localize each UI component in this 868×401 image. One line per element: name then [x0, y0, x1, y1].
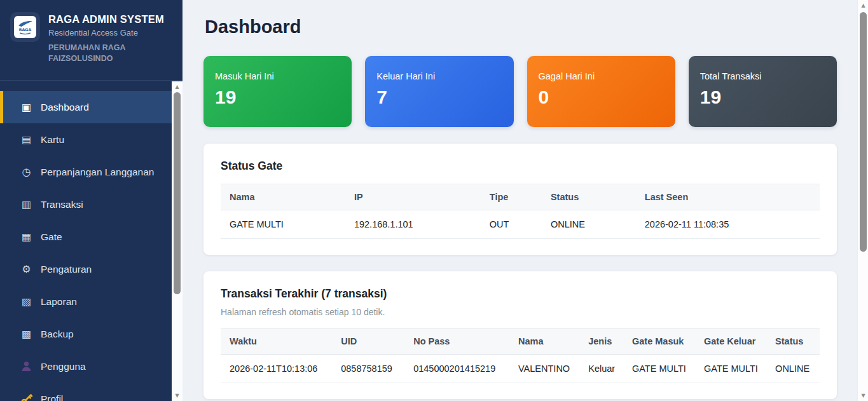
brand-text: RAGA ADMIN SYSTEM Residential Access Gat… — [48, 12, 164, 80]
sidebar-item-pengaturan[interactable]: ⚙Pengaturan — [0, 253, 172, 285]
key-icon — [19, 393, 34, 401]
status-gate-panel: Status Gate NamaIPTipeStatusLast Seen GA… — [203, 144, 837, 255]
stat-card-total-transaksi: Total Transaksi19 — [689, 56, 837, 127]
sidebar-scrollbar[interactable]: ▲ ▼ — [172, 81, 183, 401]
stat-card-masuk-hari-ini: Masuk Hari Ini19 — [203, 56, 352, 127]
stat-card-label: Total Transaksi — [700, 71, 825, 81]
column-header-nama: Nama — [509, 329, 579, 355]
table-cell: OUT — [481, 210, 542, 239]
sidebar-item-label: Pengguna — [41, 361, 86, 372]
stat-card-value: 19 — [215, 86, 340, 108]
sidebar-item-label: Pengaturan — [41, 264, 92, 275]
stat-card-value: 0 — [539, 86, 664, 108]
app-subtitle: Residential Access Gate — [48, 28, 164, 37]
column-header-last-seen: Last Seen — [636, 184, 820, 210]
scroll-down-icon[interactable]: ▼ — [858, 391, 868, 400]
sidebar-item-gate[interactable]: ▦Gate — [0, 221, 172, 253]
sidebar-item-kartu[interactable]: ▤Kartu — [0, 123, 172, 156]
sidebar: RAGA RAGA ADMIN SYSTEM Residential Acces… — [0, 0, 183, 401]
column-header-tipe: Tipe — [481, 184, 542, 210]
main-scrollbar-thumb[interactable] — [860, 12, 867, 252]
stat-card-value: 7 — [376, 86, 502, 108]
sidebar-item-label: Perpanjangan Langganan — [41, 167, 154, 178]
table-cell: 192.168.1.101 — [345, 210, 481, 239]
sidebar-item-laporan[interactable]: ▨Laporan — [0, 285, 172, 318]
column-header-no-pass: No Pass — [404, 329, 509, 355]
raga-logo-icon: RAGA — [14, 16, 36, 38]
stat-card-keluar-hari-ini: Keluar Hari Ini7 — [365, 56, 513, 127]
app-title: RAGA ADMIN SYSTEM — [48, 13, 164, 25]
table-cell: ONLINE — [766, 355, 820, 383]
sidebar-item-label: Dashboard — [41, 102, 89, 113]
card-icon: ▤ — [19, 135, 34, 145]
app-logo: RAGA — [10, 12, 40, 42]
sidebar-header: RAGA RAGA ADMIN SYSTEM Residential Acces… — [0, 0, 183, 81]
column-header-ip: IP — [345, 184, 481, 210]
gate-icon: ▦ — [19, 232, 34, 242]
table-cell: Keluar — [579, 355, 623, 383]
table-cell: ONLINE — [542, 210, 636, 239]
column-header-status: Status — [542, 184, 636, 210]
sidebar-item-transaksi[interactable]: ▥Transaksi — [0, 188, 172, 221]
status-gate-title: Status Gate — [221, 160, 820, 173]
org-name: PERUMAHAN RAGA FAIZSOLUSINDO — [48, 43, 151, 64]
table-row: 2026-02-11T10:13:06085875815901450002014… — [221, 355, 820, 383]
status-gate-header-row: NamaIPTipeStatusLast Seen — [221, 184, 820, 210]
table-cell: VALENTINO — [509, 355, 579, 383]
scroll-down-icon[interactable]: ▼ — [172, 391, 183, 400]
main-scrollbar[interactable]: ▲ ▼ — [857, 0, 868, 401]
sidebar-item-backup[interactable]: ▩Backup — [0, 318, 172, 350]
report-icon: ▨ — [19, 297, 34, 307]
dashboard-icon: ▣ — [19, 102, 34, 112]
transactions-subtitle: Halaman refresh otomatis setiap 10 detik… — [221, 307, 820, 317]
sidebar-item-label: Transaksi — [41, 199, 83, 210]
transactions-icon: ▥ — [19, 200, 34, 210]
page-title: Dashboard — [205, 17, 837, 37]
table-cell: GATE MULTI — [623, 355, 695, 383]
transactions-table: WaktuUIDNo PassNamaJenisGate MasukGate K… — [221, 328, 820, 383]
column-header-nama: Nama — [221, 184, 345, 210]
table-cell: 2026-02-11T10:13:06 — [221, 355, 332, 383]
stat-cards: Masuk Hari Ini19Keluar Hari Ini7Gagal Ha… — [203, 56, 837, 127]
sidebar-item-pengguna[interactable]: Pengguna — [0, 350, 172, 383]
status-gate-table: NamaIPTipeStatusLast Seen GATE MULTI192.… — [221, 184, 820, 239]
scroll-up-icon[interactable]: ▲ — [858, 1, 868, 10]
backup-icon: ▩ — [19, 329, 34, 339]
table-cell: GATE MULTI — [695, 355, 766, 383]
table-cell: 0858758159 — [332, 355, 404, 383]
transactions-panel: Transaksi Terakhir (7 transaksi) Halaman… — [203, 271, 837, 399]
transactions-header-row: WaktuUIDNo PassNamaJenisGate MasukGate K… — [221, 329, 820, 355]
stat-card-label: Gagal Hari Ini — [539, 71, 664, 81]
settings-gear-icon: ⚙ — [19, 264, 34, 275]
table-cell: 0145000201415219 — [404, 355, 509, 383]
main-content: Dashboard Masuk Hari Ini19Keluar Hari In… — [183, 0, 857, 401]
stat-card-label: Masuk Hari Ini — [215, 71, 340, 81]
column-header-jenis: Jenis — [579, 329, 623, 355]
sidebar-item-label: Gate — [41, 231, 62, 243]
stat-card-value: 19 — [700, 86, 825, 108]
sidebar-item-profil[interactable]: Profil — [0, 383, 172, 401]
sidebar-menu: ▣Dashboard▤Kartu◷Perpanjangan Langganan▥… — [0, 81, 172, 401]
stat-card-gagal-hari-ini: Gagal Hari Ini0 — [527, 56, 675, 127]
scroll-up-icon[interactable]: ▲ — [172, 82, 183, 92]
sidebar-item-label: Profil — [41, 393, 63, 401]
column-header-gate-keluar: Gate Keluar — [695, 329, 766, 355]
column-header-status: Status — [766, 329, 820, 355]
column-header-gate-masuk: Gate Masuk — [623, 329, 695, 355]
stat-card-label: Keluar Hari Ini — [376, 71, 502, 81]
sidebar-item-label: Backup — [41, 329, 74, 340]
user-icon — [19, 360, 34, 372]
sidebar-item-label: Laporan — [41, 296, 77, 308]
table-cell: GATE MULTI — [221, 210, 345, 239]
table-cell: 2026-02-11 11:08:35 — [636, 210, 820, 239]
transactions-body: 2026-02-11T10:13:06085875815901450002014… — [221, 355, 820, 383]
sidebar-item-perpanjangan-langganan[interactable]: ◷Perpanjangan Langganan — [0, 156, 172, 188]
transactions-title: Transaksi Terakhir (7 transaksi) — [221, 287, 820, 301]
main-area: Dashboard Masuk Hari Ini19Keluar Hari In… — [183, 0, 868, 401]
sidebar-scrollbar-thumb[interactable] — [174, 92, 181, 294]
sidebar-item-dashboard[interactable]: ▣Dashboard — [0, 91, 172, 123]
sidebar-item-label: Kartu — [41, 134, 64, 146]
column-header-uid: UID — [332, 329, 404, 355]
table-row: GATE MULTI192.168.1.101OUTONLINE2026-02-… — [221, 210, 820, 239]
column-header-waktu: Waktu — [221, 329, 332, 355]
